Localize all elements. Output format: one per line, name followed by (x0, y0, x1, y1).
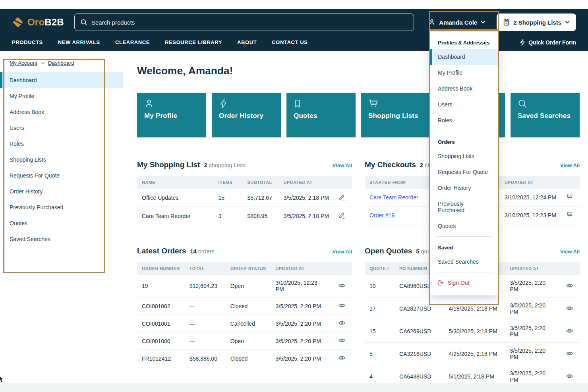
dropdown-item-requests-for-quote[interactable]: Requests For Quote (430, 164, 498, 180)
cell-updated-at: 3/5/2025, 2:20 PM (271, 315, 330, 332)
quick-order-form-link[interactable]: Quick Order Form (520, 39, 576, 46)
nav-contact-us[interactable]: CONTACT US (272, 39, 308, 45)
nav-clearance[interactable]: CLEARANCE (115, 39, 150, 45)
col-updated-at: UPDATED AT (279, 176, 334, 189)
search-input[interactable] (91, 19, 408, 26)
checkout-source-link[interactable]: Care Team Reorder (369, 194, 418, 201)
sidebar-menu: Dashboard My Profile Address Book Users … (0, 72, 123, 247)
table-header-row: ORDER NUMBER TOTAL ORDER STATUS UPDATED … (137, 262, 352, 275)
view-icon[interactable] (566, 282, 573, 289)
nav-new-arrivals[interactable]: NEW ARRIVALS (58, 39, 100, 45)
cart-icon (368, 99, 423, 108)
sign-out-icon (438, 280, 444, 286)
sidebar-item-requests-for-quote[interactable]: Requests For Quote (0, 168, 123, 183)
orob2b-logo[interactable]: OroB2B (12, 16, 64, 28)
site-header: OroB2B Amanda Cole (0, 9, 588, 51)
sidebar-item-users[interactable]: Users (0, 120, 123, 136)
cell-quote-number: 5 (365, 343, 395, 365)
dropdown-item-previously-purchased[interactable]: Previously Purchased (430, 196, 498, 218)
view-icon[interactable] (338, 282, 346, 289)
table-row: COI001001 — Cancelled 3/5/2025, 2:20 PM (137, 315, 352, 332)
col-quote-number: QUOTE # (365, 262, 395, 275)
dropdown-item-my-profile[interactable]: My Profile (430, 65, 498, 81)
view-icon[interactable] (338, 302, 346, 309)
tile-label: Order History (219, 112, 274, 120)
cell-items: 15 (214, 189, 243, 207)
top-strip (0, 0, 588, 9)
view-all-link[interactable]: View All (560, 249, 580, 255)
tile-quotes[interactable]: Quotes (286, 93, 356, 137)
sidebar-item-order-history[interactable]: Order History (0, 183, 123, 199)
cell-updated-at: 3/10/2025, 12:23 PM (271, 275, 330, 297)
view-all-link[interactable]: View All (333, 249, 352, 255)
sidebar-item-saved-searches[interactable]: Saved Searches (0, 231, 123, 247)
bottom-strip (0, 383, 588, 392)
cell-updated-at: 3/10/2025, 12:23 PM (500, 207, 561, 224)
view-icon[interactable] (566, 328, 573, 334)
sidebar-item-previously-purchased[interactable]: Previously Purchased (0, 199, 123, 215)
edit-icon[interactable] (338, 212, 346, 219)
cell-valid-until: 4/18/2025, 2:18 PM (444, 297, 505, 320)
cell-subtotal: $5,712.67 (243, 189, 279, 207)
dropdown-item-users[interactable]: Users (430, 97, 498, 112)
sidebar-item-quotes[interactable]: Quotes (0, 215, 123, 231)
view-all-link[interactable]: View All (560, 162, 580, 168)
checkout-source-link[interactable]: Order #19 (369, 212, 395, 218)
col-order-number: ORDER NUMBER (137, 262, 185, 275)
shopping-lists-button[interactable]: 2 Shopping Lists (497, 14, 576, 31)
view-icon[interactable] (566, 350, 573, 357)
col-updated-at: UPDATED AT (500, 176, 561, 189)
cell-po-number: CA3216USD (395, 343, 444, 365)
nav-about[interactable]: ABOUT (237, 39, 257, 45)
view-icon[interactable] (338, 320, 346, 326)
col-items: ITEMS (214, 176, 243, 189)
cell-updated-at: 3/5/2025, 2:20 PM (271, 297, 330, 315)
edit-icon[interactable] (338, 193, 346, 201)
tile-shopping-lists[interactable]: Shopping Lists (361, 93, 430, 137)
sidebar-item-roles[interactable]: Roles (0, 136, 123, 152)
sidebar-item-address-book[interactable]: Address Book (0, 104, 123, 120)
dropdown-item-roles[interactable]: Roles (430, 112, 498, 128)
table-row: 5 CA3216USD 4/25/2025, 2:18 PM 3/5/2025,… (365, 343, 580, 365)
dropdown-item-quotes[interactable]: Quotes (430, 218, 498, 234)
cart-icon[interactable] (566, 193, 573, 200)
dropdown-section-header: Orders (430, 133, 498, 148)
section-title: Open Quotes (365, 247, 412, 255)
sidebar-item-my-profile[interactable]: My Profile (0, 88, 123, 104)
col-order-status: ORDER STATUS (226, 262, 271, 275)
tile-my-profile[interactable]: My Profile (137, 93, 206, 137)
sign-out-button[interactable]: Sign Out (430, 275, 498, 291)
clipboard-icon (503, 19, 510, 26)
user-menu-trigger[interactable]: Amanda Cole (428, 19, 485, 26)
view-icon[interactable] (566, 305, 573, 311)
tile-saved-searches[interactable]: Saved Searches (511, 93, 580, 137)
dropdown-item-dashboard[interactable]: Dashboard (430, 49, 498, 65)
tile-order-history[interactable]: Order History (212, 93, 281, 137)
section-count: 2shopping Lists (204, 162, 246, 168)
dropdown-item-saved-searches[interactable]: Saved Searches (430, 254, 498, 270)
view-icon[interactable] (338, 337, 346, 344)
nav-products[interactable]: PRODUCTS (12, 39, 43, 45)
cell-subtotal: $808.95 (243, 207, 279, 225)
cart-icon[interactable] (566, 211, 573, 218)
bookmark-icon (294, 99, 348, 108)
search-bar (74, 14, 414, 31)
sidebar-item-dashboard[interactable]: Dashboard (0, 72, 123, 88)
sidebar-item-shopping-lists[interactable]: Shopping Lists (0, 152, 123, 168)
table-row: COI001000 — Open 3/5/2025, 2:20 PM (137, 332, 352, 350)
breadcrumb-my-account[interactable]: My Account (10, 60, 37, 66)
dropdown-item-order-history[interactable]: Order History (430, 180, 498, 196)
user-icon (428, 19, 435, 26)
col-started-from: STARTED FROM (365, 176, 434, 189)
view-icon[interactable] (566, 373, 573, 379)
dropdown-item-address-book[interactable]: Address Book (430, 81, 498, 97)
chevron-down-icon (481, 21, 485, 24)
breadcrumb-dashboard[interactable]: Dashboard (48, 60, 74, 66)
table-row: 15 CA6269USD 5/30/2025, 2:18 PM 3/5/2025… (365, 320, 580, 343)
nav-resource-library[interactable]: RESOURCE LIBRARY (165, 39, 222, 45)
cell-quote-number: 15 (365, 320, 395, 343)
cell-order-number: COI001002 (137, 297, 185, 315)
view-icon[interactable] (338, 355, 346, 361)
view-all-link[interactable]: View All (333, 162, 352, 168)
dropdown-item-shopping-lists[interactable]: Shopping Lists (430, 148, 498, 164)
